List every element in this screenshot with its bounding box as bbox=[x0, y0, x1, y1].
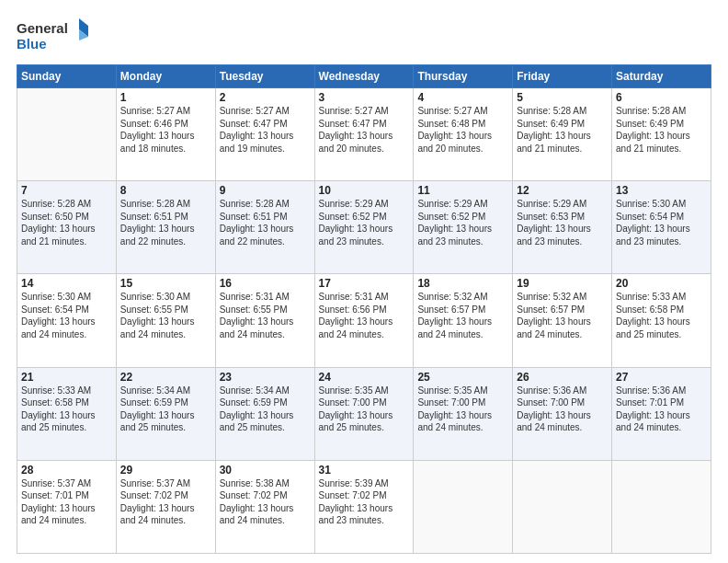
day-number: 27 bbox=[616, 371, 707, 384]
calendar-table: SundayMondayTuesdayWednesdayThursdayFrid… bbox=[17, 64, 711, 554]
calendar-cell: 27Sunrise: 5:36 AMSunset: 7:01 PMDayligh… bbox=[612, 367, 711, 460]
calendar-cell: 7Sunrise: 5:28 AMSunset: 6:50 PMDaylight… bbox=[17, 181, 117, 274]
calendar-cell: 17Sunrise: 5:31 AMSunset: 6:56 PMDayligh… bbox=[314, 274, 414, 367]
day-info: Sunrise: 5:35 AMSunset: 7:00 PMDaylight:… bbox=[319, 385, 410, 434]
calendar-cell: 8Sunrise: 5:28 AMSunset: 6:51 PMDaylight… bbox=[116, 181, 215, 274]
day-number: 26 bbox=[517, 371, 608, 384]
day-number: 25 bbox=[417, 371, 508, 384]
day-number: 20 bbox=[616, 277, 707, 290]
day-info: Sunrise: 5:33 AMSunset: 6:58 PMDaylight:… bbox=[616, 291, 707, 340]
day-number: 2 bbox=[220, 91, 311, 104]
day-number: 23 bbox=[220, 371, 311, 384]
week-row-0: 1Sunrise: 5:27 AMSunset: 6:46 PMDaylight… bbox=[17, 88, 711, 181]
calendar-cell: 25Sunrise: 5:35 AMSunset: 7:00 PMDayligh… bbox=[414, 367, 513, 460]
calendar-cell: 15Sunrise: 5:30 AMSunset: 6:55 PMDayligh… bbox=[116, 274, 215, 367]
day-info: Sunrise: 5:38 AMSunset: 7:02 PMDaylight:… bbox=[220, 477, 311, 527]
day-number: 8 bbox=[120, 184, 211, 197]
weekday-header-monday: Monday bbox=[116, 65, 215, 88]
day-info: Sunrise: 5:37 AMSunset: 7:02 PMDaylight:… bbox=[120, 477, 211, 527]
calendar-cell: 2Sunrise: 5:27 AMSunset: 6:47 PMDaylight… bbox=[215, 88, 314, 181]
day-info: Sunrise: 5:28 AMSunset: 6:49 PMDaylight:… bbox=[517, 105, 608, 155]
day-number: 6 bbox=[616, 91, 707, 104]
week-row-4: 28Sunrise: 5:37 AMSunset: 7:01 PMDayligh… bbox=[17, 460, 711, 553]
day-number: 29 bbox=[120, 464, 211, 477]
day-number: 22 bbox=[120, 371, 211, 384]
calendar-cell: 21Sunrise: 5:33 AMSunset: 6:58 PMDayligh… bbox=[17, 367, 117, 460]
day-number: 15 bbox=[120, 277, 211, 290]
day-info: Sunrise: 5:29 AMSunset: 6:52 PMDaylight:… bbox=[319, 198, 410, 247]
day-info: Sunrise: 5:32 AMSunset: 6:57 PMDaylight:… bbox=[517, 291, 608, 340]
calendar-cell: 13Sunrise: 5:30 AMSunset: 6:54 PMDayligh… bbox=[612, 181, 711, 274]
calendar-cell: 24Sunrise: 5:35 AMSunset: 7:00 PMDayligh… bbox=[314, 367, 414, 460]
calendar-cell: 22Sunrise: 5:34 AMSunset: 6:59 PMDayligh… bbox=[116, 367, 215, 460]
day-info: Sunrise: 5:37 AMSunset: 7:01 PMDaylight:… bbox=[21, 477, 112, 527]
day-number: 24 bbox=[319, 371, 410, 384]
day-info: Sunrise: 5:32 AMSunset: 6:57 PMDaylight:… bbox=[417, 291, 508, 340]
day-number: 17 bbox=[319, 277, 410, 290]
weekday-header-thursday: Thursday bbox=[414, 65, 513, 88]
calendar-cell: 26Sunrise: 5:36 AMSunset: 7:00 PMDayligh… bbox=[513, 367, 612, 460]
logo: General Blue bbox=[17, 17, 90, 55]
day-number: 4 bbox=[417, 91, 508, 104]
header: General Blue bbox=[17, 17, 711, 55]
calendar-cell: 5Sunrise: 5:28 AMSunset: 6:49 PMDaylight… bbox=[513, 88, 612, 181]
svg-text:Blue: Blue bbox=[17, 36, 47, 52]
day-info: Sunrise: 5:28 AMSunset: 6:49 PMDaylight:… bbox=[616, 105, 707, 155]
weekday-header-row: SundayMondayTuesdayWednesdayThursdayFrid… bbox=[17, 65, 711, 88]
day-number: 19 bbox=[517, 277, 608, 290]
calendar-cell: 30Sunrise: 5:38 AMSunset: 7:02 PMDayligh… bbox=[215, 460, 314, 553]
calendar-cell bbox=[17, 88, 117, 181]
weekday-header-sunday: Sunday bbox=[17, 65, 117, 88]
day-number: 13 bbox=[616, 184, 707, 197]
logo-svg: General Blue bbox=[17, 17, 90, 55]
calendar-cell: 1Sunrise: 5:27 AMSunset: 6:46 PMDaylight… bbox=[116, 88, 215, 181]
week-row-2: 14Sunrise: 5:30 AMSunset: 6:54 PMDayligh… bbox=[17, 274, 711, 367]
calendar-cell: 29Sunrise: 5:37 AMSunset: 7:02 PMDayligh… bbox=[116, 460, 215, 553]
day-info: Sunrise: 5:28 AMSunset: 6:51 PMDaylight:… bbox=[220, 198, 311, 247]
day-number: 5 bbox=[517, 91, 608, 104]
calendar-cell bbox=[414, 460, 513, 553]
day-info: Sunrise: 5:35 AMSunset: 7:00 PMDaylight:… bbox=[417, 385, 508, 434]
calendar-cell: 14Sunrise: 5:30 AMSunset: 6:54 PMDayligh… bbox=[17, 274, 117, 367]
day-info: Sunrise: 5:28 AMSunset: 6:51 PMDaylight:… bbox=[120, 198, 211, 247]
day-info: Sunrise: 5:31 AMSunset: 6:56 PMDaylight:… bbox=[319, 291, 410, 340]
day-number: 9 bbox=[220, 184, 311, 197]
day-number: 3 bbox=[319, 91, 410, 104]
calendar-cell: 20Sunrise: 5:33 AMSunset: 6:58 PMDayligh… bbox=[612, 274, 711, 367]
week-row-1: 7Sunrise: 5:28 AMSunset: 6:50 PMDaylight… bbox=[17, 181, 711, 274]
day-number: 28 bbox=[21, 464, 112, 477]
weekday-header-tuesday: Tuesday bbox=[215, 65, 314, 88]
day-number: 31 bbox=[319, 464, 410, 477]
day-number: 21 bbox=[21, 371, 112, 384]
calendar-cell: 18Sunrise: 5:32 AMSunset: 6:57 PMDayligh… bbox=[414, 274, 513, 367]
day-number: 10 bbox=[319, 184, 410, 197]
day-number: 11 bbox=[417, 184, 508, 197]
calendar-cell: 11Sunrise: 5:29 AMSunset: 6:52 PMDayligh… bbox=[414, 181, 513, 274]
calendar-cell: 19Sunrise: 5:32 AMSunset: 6:57 PMDayligh… bbox=[513, 274, 612, 367]
weekday-header-friday: Friday bbox=[513, 65, 612, 88]
day-info: Sunrise: 5:31 AMSunset: 6:55 PMDaylight:… bbox=[220, 291, 311, 340]
day-info: Sunrise: 5:33 AMSunset: 6:58 PMDaylight:… bbox=[21, 385, 112, 434]
day-info: Sunrise: 5:36 AMSunset: 7:01 PMDaylight:… bbox=[616, 385, 707, 434]
day-number: 16 bbox=[220, 277, 311, 290]
day-number: 30 bbox=[220, 464, 311, 477]
day-info: Sunrise: 5:30 AMSunset: 6:55 PMDaylight:… bbox=[120, 291, 211, 340]
day-number: 12 bbox=[517, 184, 608, 197]
calendar-cell bbox=[513, 460, 612, 553]
weekday-header-wednesday: Wednesday bbox=[314, 65, 414, 88]
day-info: Sunrise: 5:34 AMSunset: 6:59 PMDaylight:… bbox=[220, 385, 311, 434]
calendar-cell: 10Sunrise: 5:29 AMSunset: 6:52 PMDayligh… bbox=[314, 181, 414, 274]
calendar-cell bbox=[612, 460, 711, 553]
weekday-header-saturday: Saturday bbox=[612, 65, 711, 88]
day-number: 7 bbox=[21, 184, 112, 197]
day-info: Sunrise: 5:29 AMSunset: 6:52 PMDaylight:… bbox=[417, 198, 508, 247]
calendar-cell: 6Sunrise: 5:28 AMSunset: 6:49 PMDaylight… bbox=[612, 88, 711, 181]
calendar-cell: 31Sunrise: 5:39 AMSunset: 7:02 PMDayligh… bbox=[314, 460, 414, 553]
day-info: Sunrise: 5:36 AMSunset: 7:00 PMDaylight:… bbox=[517, 385, 608, 434]
day-info: Sunrise: 5:39 AMSunset: 7:02 PMDaylight:… bbox=[319, 477, 410, 527]
day-number: 14 bbox=[21, 277, 112, 290]
day-info: Sunrise: 5:30 AMSunset: 6:54 PMDaylight:… bbox=[21, 291, 112, 340]
day-info: Sunrise: 5:27 AMSunset: 6:47 PMDaylight:… bbox=[220, 105, 311, 155]
day-info: Sunrise: 5:29 AMSunset: 6:53 PMDaylight:… bbox=[517, 198, 608, 247]
calendar-cell: 16Sunrise: 5:31 AMSunset: 6:55 PMDayligh… bbox=[215, 274, 314, 367]
